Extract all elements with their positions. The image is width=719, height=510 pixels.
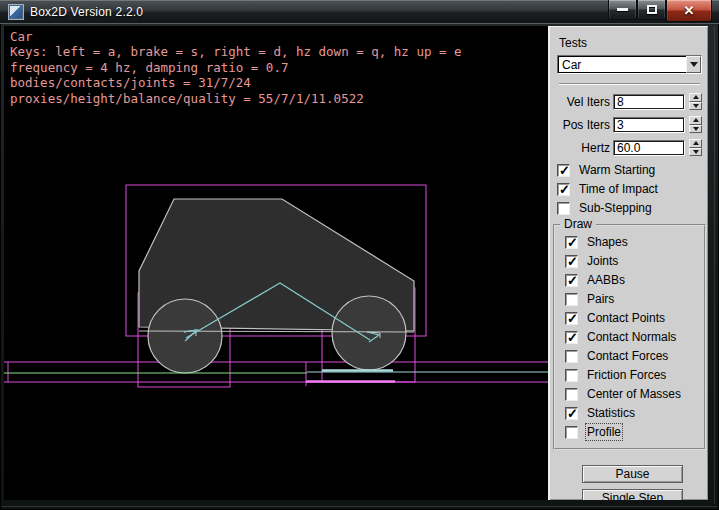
window-title: Box2D Version 2.2.0 (30, 5, 143, 19)
control-panel: Tests Car Vel Iters Pos Iters Hertz (548, 26, 708, 500)
minimize-button[interactable] (608, 0, 637, 20)
close-icon: ✕ (684, 4, 695, 17)
spinner-label: Vel Iters (557, 95, 610, 109)
info-text: CarKeys: left = a, brake = s, right = d,… (10, 29, 462, 106)
info-line: frequency = 4 hz, damping ratio = 0.7 (10, 60, 288, 75)
checkbox-label: Contact Forces (587, 349, 668, 363)
checkbox-row: AABBs (565, 272, 704, 288)
spinner-label: Pos Iters (557, 118, 610, 132)
close-button[interactable]: ✕ (666, 0, 712, 22)
checkbox-label: Center of Masses (587, 387, 681, 401)
spinner-input[interactable] (613, 140, 685, 156)
maximize-icon (647, 5, 657, 14)
checkbox-row: Contact Forces (565, 348, 704, 364)
tests-label: Tests (559, 36, 708, 50)
checkbox[interactable] (565, 293, 578, 306)
checkbox-row: Shapes (565, 234, 704, 250)
checkbox[interactable] (557, 202, 570, 215)
checkbox-row: Statistics (565, 405, 704, 421)
info-line: proxies/height/balance/quality = 55/7/1/… (10, 91, 364, 106)
frame-bottom-highlight (2, 506, 717, 507)
spinner-up-button[interactable] (689, 116, 702, 125)
arrow-up-icon (693, 118, 699, 122)
action-button[interactable]: Single Step (582, 489, 683, 500)
checkbox[interactable] (565, 388, 578, 401)
arrow-down-icon (693, 127, 699, 131)
spinner-down-button[interactable] (689, 148, 702, 157)
checkbox-label: Contact Normals (587, 330, 676, 344)
checkbox[interactable] (565, 312, 578, 325)
caption-buttons: ✕ (608, 0, 712, 22)
spinner-row: Vel Iters (557, 93, 708, 110)
spinner-input[interactable] (613, 94, 685, 110)
spinner-down-button[interactable] (689, 125, 702, 134)
rear-wheel-shape (148, 299, 222, 373)
dropdown-button[interactable] (686, 56, 701, 73)
checkbox-label: Contact Points (587, 311, 665, 325)
info-line: Keys: left = a, brake = s, right = d, hz… (10, 44, 462, 59)
checkbox-row: Profile (565, 424, 704, 440)
checkbox-label: Sub-Stepping (579, 201, 652, 215)
arrow-down-icon (693, 104, 699, 108)
checkbox-row: Contact Points (565, 310, 704, 326)
checkbox[interactable] (565, 426, 578, 439)
checkbox[interactable] (557, 164, 570, 177)
spinner-buttons (689, 139, 702, 156)
checkbox-label: Statistics (587, 406, 635, 420)
checkbox-row: Friction Forces (565, 367, 704, 383)
checkbox-row: Contact Normals (565, 329, 704, 345)
checkbox-label: Profile (587, 425, 621, 439)
checkbox-row: Joints (565, 253, 704, 269)
checkbox[interactable] (565, 274, 578, 287)
spinner-buttons (689, 116, 702, 133)
test-select-value: Car (558, 56, 686, 73)
maximize-button[interactable] (637, 0, 666, 20)
arrow-down-icon (693, 150, 699, 154)
chevron-down-icon (690, 62, 698, 67)
draw-checkbox-rows: Shapes Joints AABBs Pairs Contact Points… (565, 234, 704, 440)
checkbox-row: Time of Impact (557, 181, 708, 197)
checkbox[interactable] (565, 236, 578, 249)
simulation-canvas[interactable]: CarKeys: left = a, brake = s, right = d,… (4, 26, 548, 500)
spinner-up-button[interactable] (689, 139, 702, 148)
checkbox-label: Friction Forces (587, 368, 666, 382)
checkbox[interactable] (565, 407, 578, 420)
frame-right-highlight (714, 26, 715, 504)
checkbox-rows: Warm Starting Time of Impact Sub-Steppin… (557, 162, 708, 216)
window-titlebar[interactable]: Box2D Version 2.2.0 ✕ (0, 0, 719, 24)
window-content: CarKeys: left = a, brake = s, right = d,… (4, 26, 708, 500)
arrow-up-icon (693, 95, 699, 99)
info-line: Car (10, 29, 33, 44)
checkbox-label: Joints (587, 254, 618, 268)
action-button[interactable]: Pause (582, 465, 683, 483)
spinner-down-button[interactable] (689, 102, 702, 111)
spinner-row: Pos Iters (557, 116, 708, 133)
arrow-up-icon (693, 141, 699, 145)
checkbox-label: Warm Starting (579, 163, 655, 177)
draw-groupbox: Draw Shapes Joints AABBs Pairs Contact P… (553, 224, 706, 450)
spinner-row: Hertz (557, 139, 708, 156)
checkbox-row: Warm Starting (557, 162, 708, 178)
checkbox[interactable] (565, 350, 578, 363)
checkbox-label: Shapes (587, 235, 628, 249)
test-select-dropdown[interactable]: Car (557, 55, 702, 74)
checkbox[interactable] (565, 331, 578, 344)
info-line: bodies/contacts/joints = 31/7/24 (10, 75, 251, 90)
checkbox-label: Time of Impact (579, 182, 658, 196)
action-buttons: Pause Single Step Restart Quit (582, 465, 683, 500)
checkbox[interactable] (565, 369, 578, 382)
checkbox-row: Center of Masses (565, 386, 704, 402)
separator (559, 83, 700, 85)
spinner-input[interactable] (613, 117, 685, 133)
checkbox[interactable] (557, 183, 570, 196)
spinner-rows: Vel Iters Pos Iters Hertz (557, 93, 708, 156)
spinner-up-button[interactable] (689, 93, 702, 102)
spinner-buttons (689, 93, 702, 110)
app-window: Box2D Version 2.2.0 ✕ (0, 0, 719, 510)
checkbox-row: Sub-Stepping (557, 200, 708, 216)
checkbox-row: Pairs (565, 291, 704, 307)
app-icon (8, 4, 24, 20)
checkbox[interactable] (565, 255, 578, 268)
checkbox-label: AABBs (587, 273, 625, 287)
minimize-icon (617, 8, 628, 11)
